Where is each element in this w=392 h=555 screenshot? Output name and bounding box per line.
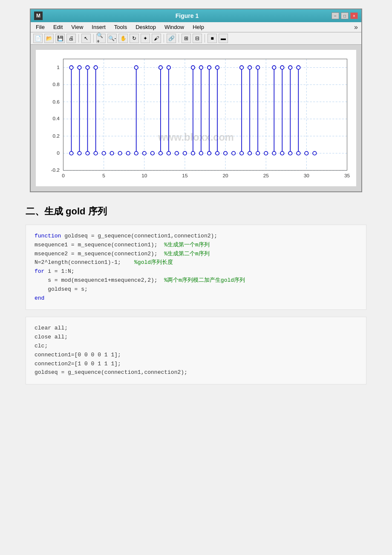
sep4 xyxy=(179,34,179,43)
titlebar-left: M xyxy=(34,12,43,20)
open-btn[interactable]: 📂 xyxy=(44,34,54,43)
svg-text:30: 30 xyxy=(304,173,310,178)
svg-point-67 xyxy=(288,66,292,69)
svg-point-51 xyxy=(69,66,73,69)
section-heading: 二、生成 gold 序列 xyxy=(9,205,383,218)
close-button[interactable]: × xyxy=(350,12,358,19)
svg-point-61 xyxy=(216,66,219,69)
menu-tools[interactable]: Tools xyxy=(112,23,129,31)
code-block-main: clear all; close all; clc; connection1=[… xyxy=(26,317,366,384)
svg-point-92 xyxy=(216,151,219,155)
tile-btn[interactable]: ⊞ xyxy=(182,34,191,43)
menu-help[interactable]: Help xyxy=(191,23,206,31)
restore-button[interactable]: □ xyxy=(341,12,349,19)
svg-text:15: 15 xyxy=(182,173,188,178)
svg-point-99 xyxy=(297,151,300,155)
svg-text:0.8: 0.8 xyxy=(52,81,60,87)
svg-point-89 xyxy=(191,151,195,155)
svg-point-93 xyxy=(240,151,244,155)
menu-edit[interactable]: Edit xyxy=(52,23,64,31)
code-line-1: goldseq = g_sequence(connection1,connect… xyxy=(61,233,217,239)
svg-point-81 xyxy=(313,151,317,155)
svg-text:35: 35 xyxy=(344,173,350,178)
svg-point-52 xyxy=(78,66,81,69)
plot-area: 1 0.8 0.6 0.4 0.2 0 -0.2 0 5 10 15 20 25… xyxy=(36,50,356,186)
square-btn[interactable]: ■ xyxy=(208,34,217,43)
svg-point-80 xyxy=(305,151,308,155)
window-controls[interactable]: − □ × xyxy=(331,12,358,19)
svg-point-57 xyxy=(167,66,171,69)
plot-svg: 1 0.8 0.6 0.4 0.2 0 -0.2 0 5 10 15 20 25… xyxy=(36,50,356,186)
menu-insert[interactable]: Insert xyxy=(90,23,107,31)
svg-point-56 xyxy=(159,66,163,69)
svg-text:20: 20 xyxy=(223,173,229,178)
data-cursor-btn[interactable]: ✦ xyxy=(141,34,150,43)
keyword-end: end xyxy=(35,295,44,301)
svg-text:www.bloxx.com: www.bloxx.com xyxy=(158,132,234,143)
svg-point-85 xyxy=(94,151,98,155)
svg-point-54 xyxy=(94,66,98,69)
sep3 xyxy=(164,34,164,43)
svg-text:-0.2: -0.2 xyxy=(51,167,60,173)
figure-title: Figure 1 xyxy=(43,12,331,19)
comment-1: %生成第一个m序列 xyxy=(164,242,210,248)
svg-text:0: 0 xyxy=(57,150,60,156)
svg-point-74 xyxy=(151,151,155,155)
svg-point-69 xyxy=(102,151,106,155)
svg-point-75 xyxy=(175,151,179,155)
svg-point-78 xyxy=(232,151,236,155)
rotate-btn[interactable]: ↻ xyxy=(130,34,139,43)
keyword-function: function xyxy=(35,233,61,239)
matlab-icon: M xyxy=(34,12,43,20)
svg-point-98 xyxy=(288,151,292,155)
menu-desktop[interactable]: Desktop xyxy=(134,23,158,31)
zoom-in-btn[interactable]: 🔍+ xyxy=(96,34,106,43)
svg-point-86 xyxy=(134,151,138,155)
code-clear: clear all; close all; clc; connection1=[… xyxy=(35,325,187,376)
pan-btn[interactable]: ✋ xyxy=(118,34,128,43)
grid-btn[interactable]: ⊟ xyxy=(193,34,202,43)
brush-btn[interactable]: 🖌 xyxy=(152,34,161,43)
svg-point-72 xyxy=(126,151,130,155)
rect-btn[interactable]: ▬ xyxy=(219,34,228,43)
svg-point-73 xyxy=(142,151,146,155)
svg-text:5: 5 xyxy=(102,173,105,178)
figure-window: M Figure 1 − □ × File Edit View Insert T… xyxy=(30,9,362,192)
svg-point-53 xyxy=(86,66,89,69)
minimize-button[interactable]: − xyxy=(331,12,339,19)
svg-point-84 xyxy=(86,151,89,155)
code-line-7: goldseq = s; xyxy=(35,286,88,292)
svg-point-64 xyxy=(256,66,260,69)
svg-point-60 xyxy=(208,66,211,69)
sep5 xyxy=(205,34,205,43)
cursor-btn[interactable]: ↖ xyxy=(81,34,91,43)
svg-point-96 xyxy=(272,151,276,155)
link-btn[interactable]: 🔗 xyxy=(167,34,176,43)
svg-point-66 xyxy=(280,66,284,69)
new-btn[interactable]: 📄 xyxy=(33,34,43,43)
svg-text:0.2: 0.2 xyxy=(52,133,59,139)
svg-point-70 xyxy=(110,151,114,155)
svg-point-94 xyxy=(248,151,252,155)
plot-container: 1 0.8 0.6 0.4 0.2 0 -0.2 0 5 10 15 20 25… xyxy=(31,45,361,191)
comment-4: %两个m序列模二加产生gold序列 xyxy=(164,277,245,283)
comment-3: %gold序列长度 xyxy=(134,259,173,266)
code-line-5: i = 1:N; xyxy=(44,268,74,275)
svg-point-55 xyxy=(134,66,138,69)
print-btn[interactable]: 🖨 xyxy=(66,34,76,43)
menu-file[interactable]: File xyxy=(34,23,46,31)
code-line-3: msequence2 = m_sequence(connection2); xyxy=(35,251,164,257)
svg-point-87 xyxy=(159,151,163,155)
svg-point-83 xyxy=(78,151,81,155)
svg-text:0.6: 0.6 xyxy=(52,99,60,104)
zoom-out-btn[interactable]: 🔍- xyxy=(107,34,117,43)
svg-text:25: 25 xyxy=(263,173,269,178)
menubar-arrow: » xyxy=(354,23,358,31)
code-block-function: function goldseq = g_sequence(connection… xyxy=(26,225,366,310)
svg-point-77 xyxy=(224,151,228,155)
menu-window[interactable]: Window xyxy=(163,23,186,31)
save-btn[interactable]: 💾 xyxy=(55,34,65,43)
titlebar: M Figure 1 − □ × xyxy=(31,9,361,22)
svg-text:0.4: 0.4 xyxy=(52,116,60,121)
menu-view[interactable]: View xyxy=(69,23,85,31)
